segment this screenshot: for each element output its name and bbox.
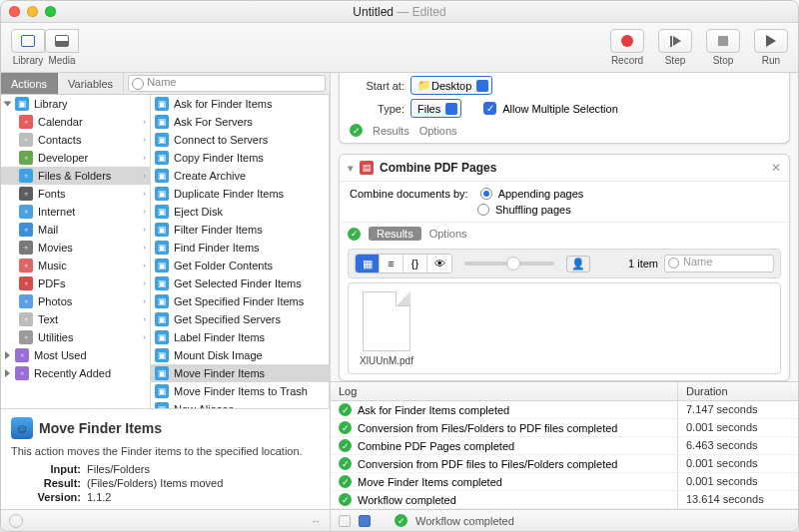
record-icon [621,35,633,47]
results-link[interactable]: Results [373,125,409,137]
category-utilities[interactable]: ▫Utilities› [1,328,150,346]
finder-icon: ☺ [11,417,33,439]
list-view-icon: ≡ [380,255,403,272]
zoom-icon[interactable] [45,6,56,17]
category-developer[interactable]: ▫Developer› [1,149,150,167]
gear-icon[interactable] [9,514,23,528]
allow-multiple-checkbox[interactable]: ✓ [483,102,496,115]
item-count: 1 item [628,258,658,269]
stop-button[interactable]: Stop [706,29,740,66]
category-movies[interactable]: ▫Movies› [1,239,150,257]
log-row[interactable]: ✓Combine PDF Pages completed6.463 second… [331,437,798,455]
action-info-panel: ☺Move Finder Items This action moves the… [1,408,330,509]
action-item[interactable]: ▣New Aliases [151,400,329,408]
category-list[interactable]: ▣Library▫Calendar›▫Contacts›▫Developer›▫… [1,95,151,408]
result-item[interactable]: XlUUnM.pdf [357,291,416,366]
action-item[interactable]: ▣Get Specified Finder Items [151,292,329,310]
minimize-icon[interactable] [27,6,38,17]
library-search-input[interactable]: Name [128,75,326,92]
action-item[interactable]: ▣Duplicate Finder Items [151,185,329,203]
pdf-icon: ▤ [360,161,374,175]
results-pill[interactable]: Results [369,227,421,241]
action-item[interactable]: ▣Find Finder Items [151,239,329,257]
stop-icon [718,36,728,46]
step-button[interactable]: Step [658,29,692,66]
duration-col-header[interactable]: Duration [678,382,798,400]
chevron-down-icon[interactable]: ▾ [348,162,354,175]
action-item[interactable]: ▣Move Finder Items [151,364,329,382]
category-fonts[interactable]: ▫Fonts› [1,185,150,203]
close-action-icon[interactable]: ✕ [771,161,781,175]
results-grid[interactable]: XlUUnM.pdf [348,282,781,374]
record-button[interactable]: Record [610,29,644,66]
category-pdfs[interactable]: ▫PDFs› [1,274,150,292]
category-text[interactable]: ▫Text› [1,310,150,328]
action-item[interactable]: ▣Get Selected Finder Items [151,274,329,292]
action-item[interactable]: ▣Mount Disk Image [151,346,329,364]
run-button[interactable]: Run [754,29,788,66]
status-ok-icon: ✓ [350,124,363,137]
log-row[interactable]: ✓Conversion from PDF files to Files/Fold… [331,455,798,473]
category-most-used[interactable]: ▫Most Used [1,346,150,364]
status-ok-icon: ✓ [348,228,361,241]
log-row[interactable]: ✓Conversion from Files/Folders to PDF fi… [331,419,798,437]
category-photos[interactable]: ▫Photos› [1,292,150,310]
category-internet[interactable]: ▫Internet› [1,203,150,221]
category-music[interactable]: ▫Music› [1,257,150,274]
results-toolbar: ▦ ≡ {} 👁 👤 1 item Name [348,249,781,278]
action-item[interactable]: ▣Move Finder Items to Trash [151,382,329,400]
options-link[interactable]: Options [419,125,457,137]
start-at-select[interactable]: 📁 Desktop [410,76,492,95]
action-item[interactable]: ▣Connect to Servers [151,131,329,149]
left-footer: ↔ [1,509,330,531]
info-title: Move Finder Items [39,420,162,436]
thumbnail-size-slider[interactable] [464,262,554,266]
status-ok-icon: ✓ [395,514,407,527]
view-mode-segment[interactable]: ▦ ≡ {} 👁 [355,254,452,273]
action-item[interactable]: ▣Get Folder Contents [151,257,329,274]
radio-shuffling[interactable] [477,204,489,216]
log-table[interactable]: Log Duration ✓Ask for Finder Items compl… [331,381,798,509]
log-col-header[interactable]: Log [331,382,678,400]
action-item[interactable]: ▣Create Archive [151,167,329,185]
log-row[interactable]: ✓Workflow completed13.614 seconds [331,491,798,509]
action-item[interactable]: ▣Ask For Servers [151,113,329,131]
automator-window: Untitled — Edited Library Media Record S… [0,0,799,532]
play-icon [766,35,776,47]
step-icon [670,36,681,47]
titlebar: Untitled — Edited [1,1,798,23]
person-icon[interactable]: 👤 [566,256,590,272]
variables-toggle-icon[interactable] [359,515,371,527]
document-icon [363,291,410,351]
type-select[interactable]: Files [410,99,461,118]
results-search-input[interactable]: Name [664,255,774,272]
category-recently-added[interactable]: ▫Recently Added [1,364,150,382]
action-item[interactable]: ▣Ask for Finder Items [151,95,329,113]
actions-list[interactable]: ▣Ask for Finder Items▣Ask For Servers▣Co… [151,95,330,408]
library-button[interactable]: Library [11,29,45,66]
log-row[interactable]: ✓Ask for Finder Items completed7.147 sec… [331,401,798,419]
library-root[interactable]: ▣Library [1,95,150,113]
quicklook-icon: 👁 [427,255,451,272]
category-contacts[interactable]: ▫Contacts› [1,131,150,149]
tab-variables[interactable]: Variables [58,73,124,94]
category-mail[interactable]: ▫Mail› [1,221,150,239]
action-item[interactable]: ▣Get Specified Servers [151,310,329,328]
action-item[interactable]: ▣Label Finder Items [151,328,329,346]
resize-icon[interactable]: ↔ [311,515,322,527]
action-item[interactable]: ▣Copy Finder Items [151,149,329,167]
category-files-folders[interactable]: ▫Files & Folders› [1,167,150,185]
close-icon[interactable] [9,6,20,17]
tab-actions[interactable]: Actions [1,73,58,94]
radio-appending[interactable] [480,188,492,200]
category-calendar[interactable]: ▫Calendar› [1,113,150,131]
action-ask-finder-items: Start at: 📁 Desktop Type: Files ✓ Allow … [339,73,790,144]
media-button[interactable]: Media [45,29,79,66]
log-row[interactable]: ✓Move Finder Items completed0.001 second… [331,473,798,491]
action-item[interactable]: ▣Filter Finder Items [151,221,329,239]
options-link[interactable]: Options [429,228,467,240]
status-text: Workflow completed [415,515,514,527]
action-item[interactable]: ▣Eject Disk [151,203,329,221]
result-filename: XlUUnM.pdf [357,355,416,366]
log-toggle-icon[interactable] [339,515,351,527]
